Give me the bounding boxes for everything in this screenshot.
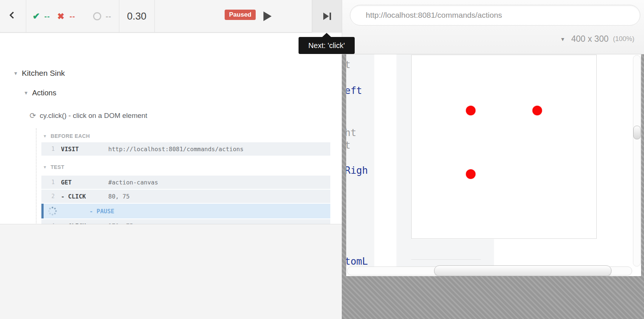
reporter-toolbar: ✔ -- ✖ -- -- 0.30 Paused [0,0,342,33]
caret-down-icon: ▼ [24,90,28,96]
check-icon: ✔ [33,11,40,21]
hook-before-each[interactable]: ▼ BEFORE EACH [43,132,90,140]
command-number: 1 [41,179,55,186]
hook-label: TEST [51,164,64,170]
command-get[interactable]: 1 GET #action-canvas [41,176,330,189]
action-canvas[interactable] [411,55,597,239]
hook-test[interactable]: ▼ TEST [43,163,64,171]
command-number: 4 [41,223,55,224]
command-message: 80, 75 [108,193,130,200]
page-text-fragment: ht [346,127,356,138]
caret-down-icon: ▼ [560,36,565,42]
paused-badge: Paused [225,10,256,20]
page-link-fragment[interactable]: eft [346,85,362,96]
page-link-fragment[interactable]: Righ [346,165,368,176]
before-each-commands: 1 VISIT http://localhost:8081/commands/a… [41,142,330,156]
play-icon [263,11,272,21]
running-spinner-icon: ⟳ [30,111,36,120]
url-bar[interactable]: http://localhost:8081/commands/actions [350,5,640,26]
page-text-fragment: t [346,140,351,151]
horizontal-scrollbar-thumb[interactable] [434,265,611,276]
stat-failed: ✖ -- [57,0,75,33]
next-command-tooltip: Next: 'click' [299,37,355,54]
step-forward-icon-bar [330,13,331,20]
red-click-dot [466,169,476,179]
failed-count: -- [69,12,75,21]
command-message: http://localhost:8081/commands/actions [108,146,243,153]
test-cy-click[interactable]: ⟳ cy.click() - click on a DOM element [30,111,147,121]
command-method: VISIT [61,146,108,153]
test-timer: 0.30 [119,0,154,33]
toolbar-divider [154,0,155,32]
pending-count: -- [106,12,111,21]
red-click-dot [532,106,542,115]
viewport-dimensions: 400 x 300 [571,34,609,44]
hook-label: BEFORE EACH [51,133,90,139]
url-text: http://localhost:8081/commands/actions [366,11,502,20]
suite-title: Actions [32,89,57,97]
suite-kitchen-sink[interactable]: ▼ Kitchen Sink [13,68,65,79]
pending-circle-icon [93,12,101,20]
command-log: ▼ Kitchen Sink ▼ Actions ⟳ cy.click() - … [0,33,342,224]
page-divider-line [411,259,481,260]
reporter-empty-area [0,225,342,319]
pause-spinner-icon [48,206,57,216]
red-click-dot [466,106,476,115]
test-indent-line [36,128,37,224]
command-message: 170, 75 [108,223,133,225]
test-title: cy.click() - click on a DOM element [40,112,147,120]
aut-header: http://localhost:8081/commands/actions ▼… [342,0,644,54]
next-step-button[interactable] [312,0,342,33]
vertical-scrollbar-thumb[interactable] [633,126,641,139]
command-method: - CLICK [61,223,108,225]
viewport-scale: (100%) [613,35,634,43]
stat-pending: -- [93,0,111,33]
passed-count: -- [44,12,50,21]
page-text-fragment: t [346,59,351,70]
stat-passed: ✔ -- [33,0,50,33]
page-code-column [396,54,411,239]
command-click[interactable]: 4 - CLICK 170, 75 [41,219,330,224]
suite-title: Kitchen Sink [22,69,65,78]
command-method: GET [61,179,108,186]
command-message: #action-canvas [108,179,158,186]
back-button[interactable] [0,0,26,33]
command-pause-active[interactable]: - PAUSE [41,204,330,218]
command-method: - CLICK [61,193,108,200]
iframe-stage-hatched: tefthttRightomL [342,54,644,319]
command-method: - PAUSE [89,208,137,215]
caret-down-icon: ▼ [43,134,47,138]
resume-button[interactable] [258,7,277,26]
page-section-block [396,239,494,267]
command-number: 1 [41,146,55,152]
x-icon: ✖ [57,11,64,21]
step-forward-icon [323,13,329,20]
chevron-left-icon [9,11,17,19]
command-visit[interactable]: 1 VISIT http://localhost:8081/commands/a… [41,142,330,156]
toolbar-divider [26,0,26,32]
test-commands: 1 GET #action-canvas 2 - CLICK 80, 75 - … [41,176,330,224]
aut-iframe: tefthttRightomL [346,54,641,276]
cypress-runner: ✔ -- ✖ -- -- 0.30 Paused Next: 'click' ▼… [0,0,644,319]
suite-actions[interactable]: ▼ Actions [24,87,56,98]
caret-down-icon: ▼ [13,71,18,76]
caret-down-icon: ▼ [43,165,47,169]
command-click[interactable]: 2 - CLICK 80, 75 [41,190,330,203]
page-link-fragment[interactable]: tomL [346,256,368,267]
vertical-scrollbar-track[interactable] [633,55,641,267]
command-number: 2 [41,193,55,200]
viewport-menu[interactable]: ▼ 400 x 300 (100%) [560,34,634,44]
